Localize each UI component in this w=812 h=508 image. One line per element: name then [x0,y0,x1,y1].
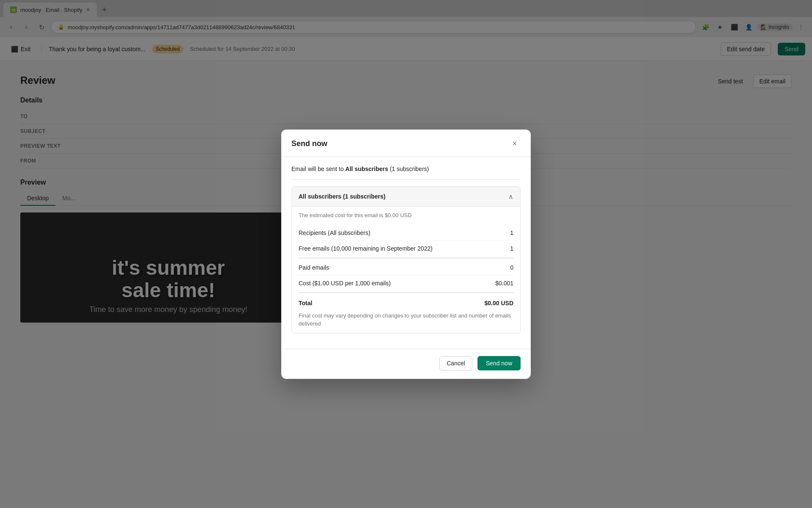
cost-value: $0.001 [495,280,513,287]
cost-row-free: Free emails (10,000 remaining in Septemb… [299,240,513,256]
total-row: Total $0.00 USD [299,295,513,310]
subscriber-header-text: All subscribers (1 subscribers) [299,193,385,200]
modal-intro-count: (1 subscribers) [388,166,429,172]
cost-row-cost: Cost ($1.00 USD per 1,000 emails) $0.001 [299,275,513,291]
paid-emails-label: Paid emails [299,264,329,271]
section-divider [299,258,513,258]
cost-row-paid: Paid emails 0 [299,260,513,275]
cancel-button[interactable]: Cancel [439,356,472,370]
modal-body: Email will be sent to All subscribers (1… [281,157,531,349]
subscriber-body: The estimated cost for this email is $0.… [292,207,520,333]
subscriber-header[interactable]: All subscribers (1 subscribers) ∧ [292,187,520,207]
total-divider [299,293,513,293]
free-emails-value: 1 [510,245,513,252]
modal-close-button[interactable]: × [509,138,521,150]
send-now-button[interactable]: Send now [477,356,521,370]
disclaimer-text: Final cost may vary depending on changes… [299,312,513,328]
chevron-up-icon: ∧ [508,193,513,201]
send-now-modal: Send now × Email will be sent to All sub… [281,130,531,379]
total-value: $0.00 USD [485,300,513,306]
recipients-value: 1 [510,229,513,236]
modal-title: Send now [291,139,327,148]
total-label: Total [299,300,312,306]
modal-intro: Email will be sent to All subscribers (1… [291,166,521,179]
modal-header: Send now × [281,130,531,157]
modal-overlay[interactable]: Send now × Email will be sent to All sub… [0,0,812,508]
modal-footer: Cancel Send now [281,349,531,379]
recipients-label: Recipients (All subscribers) [299,229,370,236]
modal-intro-text: Email will be sent to [291,166,346,172]
free-emails-label: Free emails (10,000 remaining in Septemb… [299,245,433,252]
modal-intro-bold: All subscribers [346,166,388,172]
estimated-cost: The estimated cost for this email is $0.… [299,212,513,218]
paid-emails-value: 0 [510,264,513,271]
subscriber-section: All subscribers (1 subscribers) ∧ The es… [291,186,521,334]
cost-label: Cost ($1.00 USD per 1,000 emails) [299,280,391,287]
cost-table: Recipients (All subscribers) 1 Free emai… [299,225,513,310]
cost-row-recipients: Recipients (All subscribers) 1 [299,225,513,240]
